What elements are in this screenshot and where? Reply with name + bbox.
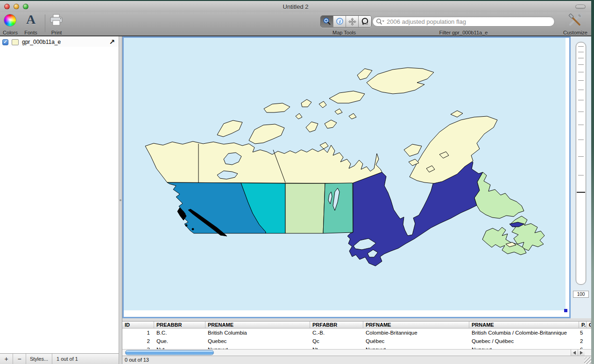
map-tools-segmented-control: i <box>320 15 372 28</box>
cell-preabbr: Que. <box>154 338 205 344</box>
cell-prname: British Columbia / Colombie-Britannique <box>469 330 579 336</box>
cell-p: 5 <box>579 330 587 336</box>
island-victoria <box>249 124 284 144</box>
column-header-g[interactable]: G <box>587 322 591 328</box>
title-bar[interactable]: Untitled 2 <box>0 1 591 12</box>
column-header-prfname[interactable]: PRFNAME <box>363 322 469 328</box>
layer-list-footer: + − Styles... 1 out of 1 <box>0 353 119 364</box>
canada-map[interactable] <box>124 38 566 310</box>
desktop-edge-top <box>0 0 594 1</box>
info-tool-button[interactable]: i <box>333 16 346 27</box>
island-southampton <box>404 144 422 156</box>
filter-search-field[interactable] <box>372 16 555 27</box>
zoom-scale-marker[interactable] <box>577 192 585 193</box>
column-header-p[interactable]: P. <box>579 322 587 328</box>
customize-icon[interactable] <box>566 13 583 29</box>
map-canvas[interactable] <box>124 38 566 310</box>
layer-list-panel: ✓ gpr_000b11a_e ↗ + − Styles... 1 out of… <box>0 36 119 364</box>
table-horizontal-scrollbar[interactable] <box>122 349 591 356</box>
desktop-edge-right <box>591 0 594 364</box>
lasso-icon <box>361 17 369 26</box>
column-header-id[interactable]: ID <box>122 322 154 328</box>
pan-tool-button[interactable] <box>346 16 359 27</box>
cell-prename: British Columbia <box>205 330 310 336</box>
cell-prfabbr: Qc <box>310 338 363 344</box>
province-saskatchewan[interactable] <box>285 183 325 233</box>
island-ellesmere <box>367 68 434 94</box>
main-area: 100 ID PREABBR PRENAME PRFABBR PRFNAME P… <box>122 36 591 364</box>
island-bylot <box>451 111 463 117</box>
selection-status: 0 out of 13 <box>125 357 149 363</box>
island-king-william <box>320 142 328 149</box>
island-bathurst <box>301 99 311 107</box>
right-arrow-icon <box>580 351 583 355</box>
island-banks <box>217 120 242 137</box>
selection-status-bar: 0 out of 13 <box>122 356 591 364</box>
table-row[interactable]: 3 Nvt. Nunavut Nt Nunavut Nunavut 6 <box>122 345 591 349</box>
layer-expand-icon[interactable]: ↗ <box>109 38 115 46</box>
resize-grip[interactable] <box>584 357 591 364</box>
attribute-table: ID PREABBR PRENAME PRFABBR PRFNAME PRNAM… <box>122 321 591 349</box>
layer-visibility-checkbox[interactable]: ✓ <box>2 39 8 45</box>
layer-name[interactable]: gpr_000b11a_e <box>22 39 61 45</box>
add-layer-button[interactable]: + <box>0 354 13 364</box>
fonts-icon[interactable]: A <box>24 12 37 27</box>
layer-count-status: 1 out of 1 <box>57 354 78 364</box>
map-view[interactable] <box>122 36 571 318</box>
zoom-scale-panel: 100 <box>571 36 591 318</box>
lasso-tool-button[interactable] <box>359 16 371 27</box>
customize-label[interactable]: Customize <box>561 30 589 35</box>
app-window: Untitled 2 Colors A Fonts Print <box>0 0 594 364</box>
toolbar-separator <box>45 14 45 32</box>
cell-prname: Quebec / Québec <box>469 338 579 344</box>
scroll-right-button[interactable] <box>578 350 585 356</box>
remove-layer-button[interactable]: − <box>13 354 26 364</box>
region-north-mainland[interactable] <box>145 141 382 183</box>
region-labrador[interactable] <box>474 172 524 218</box>
cell-preabbr: B.C. <box>154 330 205 336</box>
island-dot-1 <box>185 224 187 226</box>
zoom-scale-slider[interactable] <box>576 42 586 285</box>
table-row[interactable]: 2 Que. Quebec Qc Québec Quebec / Québec … <box>122 337 591 345</box>
island-cornwallis <box>319 101 326 108</box>
cell-prfname: Colombie-Britannique <box>363 330 469 336</box>
sidebar-splitter[interactable] <box>119 36 122 364</box>
colors-wheel-icon[interactable] <box>4 14 16 27</box>
cell-prename: Quebec <box>205 338 310 344</box>
toolbar: Colors A Fonts Print <box>0 12 591 36</box>
cell-id: 2 <box>122 338 154 344</box>
column-header-prfabbr[interactable]: PRFABBR <box>310 322 363 328</box>
toolbar-toggle-button[interactable] <box>575 5 586 9</box>
island-dot-2 <box>192 228 194 230</box>
layer-color-swatch[interactable] <box>12 39 19 45</box>
table-row[interactable]: 1 B.C. British Columbia C.-B. Colombie-B… <box>122 329 591 337</box>
print-button-label[interactable]: Print <box>46 30 67 35</box>
cell-prfname: Québec <box>363 338 469 344</box>
search-icon[interactable] <box>376 18 385 25</box>
cell-id: 1 <box>122 330 154 336</box>
cell-prfabbr: C.-B. <box>310 330 363 336</box>
island-small-1 <box>296 113 302 119</box>
island-small-3 <box>349 113 356 119</box>
column-header-prname[interactable]: PRNAME <box>469 322 579 328</box>
info-icon: i <box>335 17 344 26</box>
splitter-handle[interactable] <box>120 199 121 201</box>
layer-row[interactable]: ✓ gpr_000b11a_e ↗ <box>0 37 119 47</box>
zoom-value-field[interactable]: 100 <box>573 291 589 298</box>
island-small-2 <box>335 109 342 114</box>
fonts-button-label[interactable]: Fonts <box>21 30 41 35</box>
scrollbar-thumb[interactable] <box>125 350 214 355</box>
colors-button-label[interactable]: Colors <box>0 30 21 35</box>
island-somerset <box>325 120 337 128</box>
zoom-magnifier-icon <box>323 17 332 26</box>
search-input[interactable] <box>387 18 554 25</box>
scroll-left-button[interactable] <box>571 350 578 356</box>
styles-button[interactable]: Styles... <box>26 354 52 364</box>
print-icon[interactable] <box>49 14 64 29</box>
map-extent-handle[interactable] <box>564 309 567 312</box>
filter-label: Filter gpr_000b11a_e <box>372 30 555 35</box>
zoom-tool-button[interactable] <box>321 16 333 27</box>
island-prince-of-wales <box>306 122 318 132</box>
column-header-preabbr[interactable]: PREABBR <box>154 322 205 328</box>
column-header-prename[interactable]: PRENAME <box>205 322 310 328</box>
